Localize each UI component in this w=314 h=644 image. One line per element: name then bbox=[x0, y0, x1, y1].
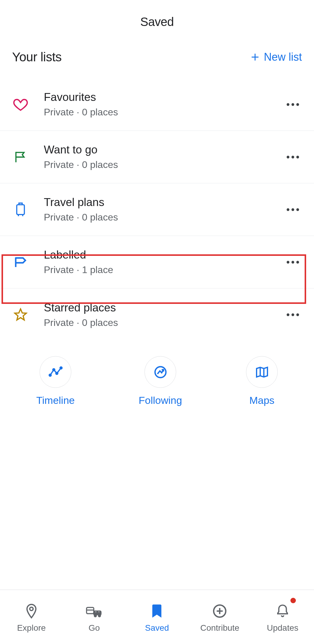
star-icon bbox=[12, 308, 29, 322]
nav-label: Saved bbox=[145, 623, 169, 633]
svg-point-3 bbox=[292, 103, 294, 106]
list-text: Starred places Private · 0 places bbox=[29, 301, 284, 328]
nav-contribute[interactable]: Contribute bbox=[188, 590, 251, 644]
list-title: Favourites bbox=[44, 91, 284, 104]
svg-point-18 bbox=[287, 314, 290, 316]
list-subtitle: Private · 0 places bbox=[44, 159, 284, 170]
list-row-starred-places[interactable]: Starred places Private · 0 places bbox=[0, 288, 314, 341]
svg-rect-32 bbox=[95, 611, 97, 613]
timeline-icon bbox=[40, 356, 71, 388]
svg-point-7 bbox=[296, 156, 299, 158]
list-row-favourites[interactable]: Favourites Private · 0 places bbox=[0, 78, 314, 131]
svg-point-12 bbox=[292, 208, 294, 211]
list-text: Labelled Private · 1 place bbox=[29, 249, 284, 275]
more-button[interactable] bbox=[284, 95, 302, 114]
your-lists-title: Your lists bbox=[12, 50, 62, 64]
svg-point-19 bbox=[292, 314, 294, 316]
bookmark-icon bbox=[151, 603, 163, 619]
list-subtitle: Private · 1 place bbox=[44, 264, 284, 275]
lists-container: Favourites Private · 0 places Want to go… bbox=[0, 78, 314, 341]
svg-marker-26 bbox=[257, 367, 267, 377]
list-row-want-to-go[interactable]: Want to go Private · 0 places bbox=[0, 131, 314, 183]
nav-label: Updates bbox=[267, 623, 298, 633]
list-subtitle: Private · 0 places bbox=[44, 317, 284, 328]
new-list-button[interactable]: New list bbox=[250, 51, 302, 63]
suitcase-icon bbox=[12, 201, 29, 218]
list-row-labelled[interactable]: Labelled Private · 1 place bbox=[0, 236, 314, 288]
new-list-label: New list bbox=[264, 51, 302, 63]
svg-point-13 bbox=[296, 208, 299, 211]
nav-explore[interactable]: Explore bbox=[0, 590, 63, 644]
svg-point-15 bbox=[292, 261, 294, 263]
svg-rect-30 bbox=[86, 607, 94, 613]
more-button[interactable] bbox=[284, 253, 302, 271]
svg-point-5 bbox=[287, 156, 290, 158]
list-title: Want to go bbox=[44, 143, 284, 156]
following-button[interactable]: Following bbox=[139, 356, 182, 406]
nav-label: Go bbox=[89, 623, 100, 633]
list-title: Starred places bbox=[44, 301, 284, 314]
header: Saved bbox=[0, 0, 314, 50]
svg-point-14 bbox=[287, 261, 290, 263]
go-icon bbox=[86, 603, 103, 619]
list-text: Want to go Private · 0 places bbox=[29, 143, 284, 170]
timeline-label: Timeline bbox=[36, 394, 75, 406]
list-title: Travel plans bbox=[44, 196, 284, 209]
svg-point-2 bbox=[287, 103, 290, 106]
nav-saved[interactable]: Saved bbox=[126, 590, 189, 644]
svg-point-29 bbox=[30, 607, 33, 610]
list-text: Favourites Private · 0 places bbox=[29, 91, 284, 118]
heart-icon bbox=[12, 97, 29, 112]
svg-point-35 bbox=[98, 614, 100, 617]
list-subtitle: Private · 0 places bbox=[44, 212, 284, 223]
nav-updates[interactable]: Updates bbox=[251, 590, 314, 644]
more-button[interactable] bbox=[284, 201, 302, 219]
bell-icon bbox=[276, 603, 289, 619]
svg-marker-17 bbox=[15, 309, 26, 320]
nav-go[interactable]: Go bbox=[63, 590, 126, 644]
svg-point-6 bbox=[292, 156, 294, 158]
timeline-button[interactable]: Timeline bbox=[36, 356, 75, 406]
svg-point-21 bbox=[49, 374, 51, 376]
svg-point-34 bbox=[94, 614, 96, 617]
more-button[interactable] bbox=[284, 306, 302, 324]
list-text: Travel plans Private · 0 places bbox=[29, 196, 284, 223]
nav-label: Explore bbox=[17, 623, 46, 633]
plus-icon bbox=[250, 52, 260, 62]
svg-point-20 bbox=[296, 314, 299, 316]
nav-label: Contribute bbox=[200, 623, 239, 633]
label-icon bbox=[12, 255, 29, 269]
svg-point-24 bbox=[60, 367, 62, 369]
map-icon bbox=[246, 356, 278, 388]
list-row-travel-plans[interactable]: Travel plans Private · 0 places bbox=[0, 183, 314, 236]
following-icon bbox=[144, 356, 176, 388]
subheader: Your lists New list bbox=[0, 50, 314, 78]
pin-icon bbox=[25, 603, 38, 619]
list-subtitle: Private · 0 places bbox=[44, 107, 284, 118]
flag-icon bbox=[12, 150, 29, 164]
page-title: Saved bbox=[0, 15, 314, 29]
svg-point-11 bbox=[287, 208, 290, 211]
svg-rect-8 bbox=[17, 204, 24, 214]
maps-label: Maps bbox=[249, 394, 274, 406]
maps-button[interactable]: Maps bbox=[246, 356, 278, 406]
following-label: Following bbox=[139, 394, 182, 406]
list-title: Labelled bbox=[44, 249, 284, 261]
svg-rect-33 bbox=[98, 611, 100, 613]
add-circle-icon bbox=[212, 603, 227, 619]
svg-point-22 bbox=[53, 369, 54, 370]
notification-dot-icon bbox=[290, 598, 296, 603]
svg-point-4 bbox=[296, 103, 299, 106]
bottom-nav: Explore Go Saved bbox=[0, 590, 314, 644]
round-actions: Timeline Following Maps bbox=[0, 341, 314, 406]
svg-point-16 bbox=[296, 261, 299, 263]
svg-point-23 bbox=[56, 372, 57, 374]
more-button[interactable] bbox=[284, 148, 302, 166]
